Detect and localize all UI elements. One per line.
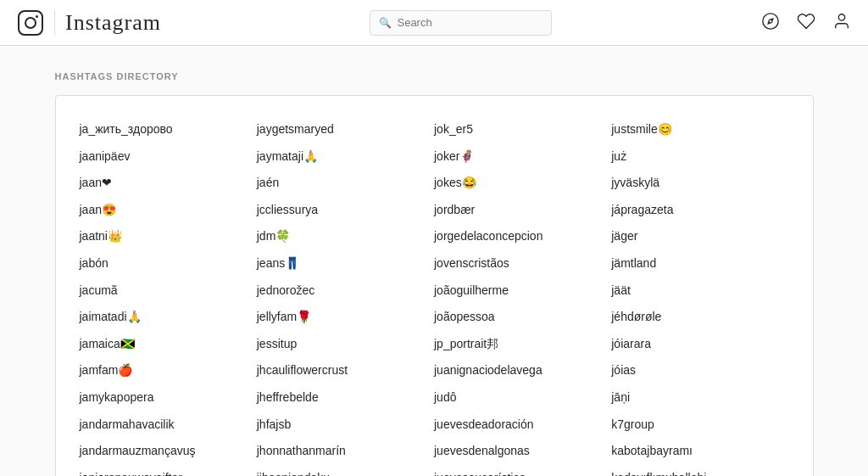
section-title: HASHTAGS DIRECTORY bbox=[55, 71, 814, 81]
hashtag-item[interactable]: jhfajsb bbox=[257, 412, 434, 439]
hashtag-item[interactable]: jamaica🇯🇲 bbox=[80, 331, 257, 358]
hashtag-item[interactable]: juevesdeadoración bbox=[434, 412, 611, 439]
logo-divider bbox=[54, 11, 55, 35]
hashtag-item[interactable]: jessitup bbox=[257, 331, 434, 358]
header-left: Instagram bbox=[17, 9, 161, 36]
hashtag-item[interactable]: jamfam🍎 bbox=[80, 357, 257, 384]
hashtag-item[interactable]: jämtland bbox=[611, 250, 788, 277]
hashtag-item[interactable]: kadayıflımuhallebi bbox=[611, 465, 788, 476]
hashtag-item[interactable]: jheffrebelde bbox=[257, 384, 434, 412]
hashtag-item[interactable]: jaanipäev bbox=[80, 143, 257, 171]
hashtag-item[interactable]: jápragazeta bbox=[611, 197, 788, 224]
hashtag-item[interactable]: justsmile😊 bbox=[611, 116, 788, 143]
hashtag-item[interactable]: judô bbox=[434, 384, 611, 412]
hashtag-item[interactable]: jäät bbox=[611, 277, 788, 305]
instagram-camera-icon bbox=[17, 9, 44, 36]
hashtag-item[interactable]: jok_er5 bbox=[434, 116, 611, 143]
hashtag-item[interactable]: jandarmahavacilik bbox=[80, 412, 257, 439]
hashtag-item[interactable]: jokes😂 bbox=[434, 170, 611, 197]
hashtag-item[interactable]: jamykapopera bbox=[80, 384, 257, 412]
search-icon: 🔍 bbox=[379, 17, 392, 29]
hashtag-item[interactable]: jaygetsmaryed bbox=[257, 116, 434, 143]
hashtag-item[interactable]: jp_portrait邦 bbox=[434, 331, 611, 358]
hashtag-item[interactable]: jhcauliflowercrust bbox=[257, 357, 434, 384]
hashtag-item[interactable]: joker🦸 bbox=[434, 143, 611, 171]
hashtag-item[interactable]: już bbox=[611, 143, 788, 171]
profile-icon[interactable] bbox=[832, 12, 851, 34]
hashtag-item[interactable]: k7group bbox=[611, 412, 788, 439]
hashtag-item[interactable]: jhonnathanmarín bbox=[257, 438, 434, 465]
hashtag-item[interactable]: jaatni👑 bbox=[80, 223, 257, 250]
hashtag-item[interactable]: jaimatadi🙏 bbox=[80, 304, 257, 331]
hashtag-item[interactable]: jéhdørøle bbox=[611, 304, 788, 331]
hashtags-card: ja_жить_здоровоjaanipäevjaan❤jaan😍jaatni… bbox=[55, 95, 814, 476]
svg-point-5 bbox=[770, 20, 772, 22]
heart-icon[interactable] bbox=[797, 12, 815, 34]
search-input[interactable] bbox=[397, 16, 542, 29]
svg-rect-0 bbox=[19, 11, 42, 35]
header-right bbox=[761, 12, 851, 34]
hashtag-item[interactable]: ja_жить_здорово bbox=[80, 116, 257, 143]
hashtag-item[interactable]: jóiarara bbox=[611, 331, 788, 358]
hashtag-item[interactable]: juevesdenalgonas bbox=[434, 438, 611, 465]
svg-point-1 bbox=[25, 18, 36, 28]
hashtag-item[interactable]: juanignaciodelavega bbox=[434, 357, 611, 384]
svg-point-2 bbox=[36, 15, 38, 18]
hashtag-col-3: jok_er5joker🦸jokes😂jordbærjorgedelaconce… bbox=[434, 116, 611, 476]
hashtag-item[interactable]: jueveseucarístico bbox=[434, 465, 611, 476]
explore-icon[interactable] bbox=[761, 12, 780, 34]
logo-text: Instagram bbox=[65, 10, 161, 36]
hashtag-item[interactable]: jovenscristãos bbox=[434, 250, 611, 277]
hashtag-item[interactable]: jabón bbox=[80, 250, 257, 277]
hashtag-item[interactable]: kabotajbayramı bbox=[611, 438, 788, 465]
hashtag-item[interactable]: janjaronauwoyaiftar bbox=[80, 465, 257, 476]
hashtag-item[interactable]: jccliessurya bbox=[257, 197, 434, 224]
hashtag-item[interactable]: jordbær bbox=[434, 197, 611, 224]
search-bar[interactable]: 🔍 bbox=[370, 10, 552, 36]
main-content: HASHTAGS DIRECTORY ja_жить_здоровоjaanip… bbox=[38, 71, 831, 476]
hashtag-item[interactable]: jāņi bbox=[611, 384, 788, 412]
hashtag-item[interactable]: jdm🍀 bbox=[257, 223, 434, 250]
hashtag-item[interactable]: jacumã bbox=[80, 277, 257, 305]
hashtag-item[interactable]: jeans👖 bbox=[257, 250, 434, 277]
hashtag-item[interactable]: jellyfam🌹 bbox=[257, 304, 434, 331]
hashtag-item[interactable]: jyväskylä bbox=[611, 170, 788, 197]
hashtag-col-2: jaygetsmaryedjaymataji🙏jaénjccliessuryaj… bbox=[257, 116, 434, 476]
hashtag-item[interactable]: jihoonjandaku bbox=[257, 465, 434, 476]
hashtag-item[interactable]: jorgedelaconcepcion bbox=[434, 223, 611, 250]
svg-point-6 bbox=[838, 14, 844, 20]
hashtag-item[interactable]: jandarmauzmançavuş bbox=[80, 438, 257, 465]
hashtag-col-1: ja_жить_здоровоjaanipäevjaan❤jaan😍jaatni… bbox=[80, 116, 257, 476]
header: Instagram 🔍 bbox=[0, 0, 868, 46]
hashtags-grid: ja_жить_здоровоjaanipäevjaan❤jaan😍jaatni… bbox=[80, 116, 789, 476]
hashtag-item[interactable]: jäger bbox=[611, 223, 788, 250]
hashtag-item[interactable]: jóias bbox=[611, 357, 788, 384]
hashtag-item[interactable]: jaén bbox=[257, 170, 434, 197]
hashtag-item[interactable]: jednorožec bbox=[257, 277, 434, 305]
hashtag-item[interactable]: jaymataji🙏 bbox=[257, 143, 434, 171]
hashtag-item[interactable]: joãoguilherme bbox=[434, 277, 611, 305]
hashtag-item[interactable]: joãopessoa bbox=[434, 304, 611, 331]
hashtag-col-4: justsmile😊jużjyväskyläjápragazetajägerjä… bbox=[611, 116, 788, 476]
hashtag-item[interactable]: jaan😍 bbox=[80, 197, 257, 224]
hashtag-item[interactable]: jaan❤ bbox=[80, 170, 257, 197]
